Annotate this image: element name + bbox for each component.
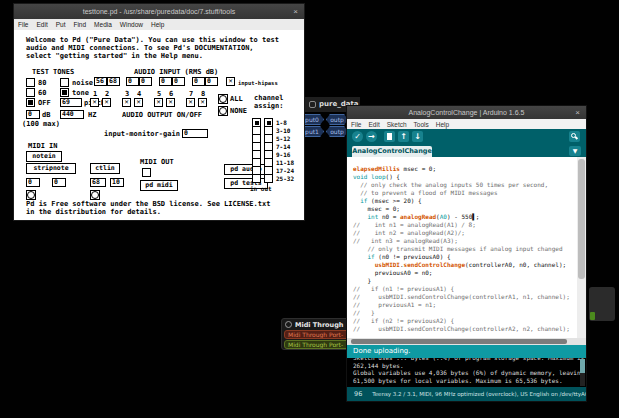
ctlin-object[interactable]: ctlin — [90, 163, 120, 174]
audio-out-toggle-4[interactable]: ✕ — [134, 98, 143, 107]
channel-radio-cell[interactable] — [253, 135, 260, 143]
audio-out-toggle-6[interactable]: ✕ — [166, 98, 175, 107]
input-monitor-gain-numbox[interactable]: 0 — [182, 129, 208, 138]
audio-out-toggle-1[interactable]: ✕ — [90, 98, 99, 107]
meter-in-6[interactable]: 0 — [172, 77, 185, 86]
toggle-off[interactable] — [26, 98, 35, 107]
code-editor[interactable]: elapsedMillis msec = 0; void loop() { //… — [347, 157, 586, 338]
menu-put[interactable]: Put — [56, 21, 66, 28]
menu-help[interactable]: Help — [151, 21, 164, 28]
pd-menu-bar: File Edit Put Find Media Window Help — [14, 19, 304, 30]
patchbay-port-output1[interactable]: outp — [326, 126, 348, 137]
meter-in-7[interactable]: 0 — [192, 77, 205, 86]
arduino-title-bar[interactable]: AnalogControlChange | Arduino 1.6.5 × — [347, 106, 586, 119]
save-button[interactable]: ↓ — [412, 131, 423, 142]
scrollbar-thumb[interactable] — [351, 339, 567, 344]
new-sketch-button[interactable] — [384, 131, 395, 142]
channel-radio-cell[interactable] — [265, 119, 272, 127]
notein-object[interactable]: notein — [26, 151, 62, 162]
channel-radio-cell[interactable] — [265, 151, 272, 159]
channel-radio-cell[interactable] — [253, 167, 260, 175]
audio-out-toggle-7[interactable]: ✕ — [186, 98, 195, 107]
verify-button[interactable]: ✓ — [352, 131, 363, 142]
ctl-value-numbox[interactable]: 68 — [90, 178, 106, 187]
velocity-numbox[interactable]: 0 — [52, 178, 66, 187]
menu-file[interactable]: File — [351, 121, 361, 128]
pd-canvas[interactable]: Welcome to Pd ("Pure Data"). You can use… — [14, 30, 304, 220]
console-scrollbar[interactable] — [580, 359, 585, 386]
tab-analogcontrolchange[interactable]: AnalogControlChange — [352, 146, 432, 157]
channel-radio-cell[interactable] — [253, 119, 260, 127]
meter-in-1[interactable]: 56 — [94, 77, 107, 86]
menu-window[interactable]: Window — [120, 21, 143, 28]
toggle-80[interactable] — [26, 78, 35, 87]
scrollbar-thumb[interactable] — [578, 159, 585, 279]
open-button[interactable]: ↑ — [398, 131, 409, 142]
midi-through-node[interactable]: Midi Through Midi Through Port- Midi Thr… — [281, 318, 351, 350]
channel-radio-cell[interactable] — [265, 143, 272, 151]
stripnote-object[interactable]: stripnote — [26, 163, 76, 174]
menu-find[interactable]: Find — [73, 21, 86, 28]
note-bang[interactable] — [26, 190, 36, 200]
midi-out-label: MIDI OUT — [140, 158, 174, 166]
audio-out-toggle-5[interactable]: ✕ — [154, 98, 163, 107]
meter-in-8[interactable]: 0 — [205, 77, 218, 86]
db-numbox[interactable]: 0 — [26, 110, 40, 119]
menu-sketch[interactable]: Sketch — [387, 121, 407, 128]
patchbay-node-fragment[interactable] — [589, 287, 615, 321]
serial-monitor-button[interactable] — [569, 131, 580, 142]
meter-in-4[interactable]: 0 — [139, 77, 152, 86]
patchbay-port-output0[interactable]: outp — [326, 114, 348, 125]
menu-help[interactable]: Help — [436, 121, 449, 128]
channel-radio-cell[interactable] — [265, 135, 272, 143]
menu-edit[interactable]: Edit — [368, 121, 379, 128]
pd-title-bar[interactable]: testtone.pd - /usr/share/puredata/doc/7.… — [14, 4, 304, 19]
pitch-numbox[interactable]: 69 — [60, 98, 82, 107]
menu-tools[interactable]: Tools — [414, 121, 429, 128]
midi-through-port-2[interactable]: Midi Through Port- — [284, 340, 351, 349]
toggle-noise[interactable] — [60, 78, 69, 87]
input-hipass-toggle[interactable]: ✕ — [226, 77, 235, 86]
channel-radio-cell[interactable] — [265, 175, 272, 183]
hz-numbox[interactable]: 440 — [60, 110, 84, 119]
channel-radio-cell[interactable] — [265, 127, 272, 135]
meter-in-2[interactable]: 68 — [107, 77, 120, 86]
meter-in-5[interactable]: 0 — [159, 77, 172, 86]
channel-radio-cell[interactable] — [265, 159, 272, 167]
audio-out-toggle-3[interactable]: ✕ — [122, 98, 131, 107]
audio-out-toggle-2[interactable]: ✕ — [102, 98, 111, 107]
editor-horizontal-scrollbar[interactable] — [347, 338, 586, 345]
channel-radio-cell[interactable] — [253, 143, 260, 151]
toggle-tone[interactable] — [60, 88, 69, 97]
all-bang[interactable] — [218, 94, 228, 104]
audio-out-toggle-8[interactable]: ✕ — [198, 98, 207, 107]
channel-radio-cell[interactable] — [253, 127, 260, 135]
channel-radio-cell[interactable] — [265, 167, 272, 175]
upload-button[interactable]: → — [366, 131, 377, 142]
channel-radio-cell[interactable] — [253, 159, 260, 167]
channel-radio-cell[interactable] — [253, 151, 260, 159]
editor-vertical-scrollbar[interactable] — [577, 157, 586, 338]
pd-audio-object[interactable]: pd audio — [224, 164, 268, 175]
meter-in-3[interactable]: 0 — [126, 77, 139, 86]
tab-menu-button[interactable]: ▼ — [569, 146, 581, 156]
scrollbar-thumb[interactable] — [580, 359, 585, 373]
close-icon[interactable]: × — [293, 8, 298, 16]
note-numbox[interactable]: 0 — [26, 178, 40, 187]
menu-file[interactable]: File — [18, 21, 28, 28]
midi-through-port-1[interactable]: Midi Through Port- — [284, 330, 351, 339]
midi-out-toggle[interactable] — [142, 168, 151, 177]
toggle-60[interactable] — [26, 88, 35, 97]
pd-window: testtone.pd - /usr/share/puredata/doc/7.… — [14, 4, 304, 220]
menu-media[interactable]: Media — [94, 21, 112, 28]
menu-edit[interactable]: Edit — [36, 21, 47, 28]
console-output[interactable]: Sketch uses ... bytes (..%) of program s… — [347, 358, 586, 387]
ctl-bang[interactable] — [90, 190, 100, 200]
channel-out-radio[interactable] — [264, 118, 273, 183]
pd-midi-object[interactable]: pd midi — [140, 180, 178, 191]
close-icon[interactable]: × — [575, 109, 580, 117]
channel-in-radio[interactable] — [252, 118, 261, 183]
none-bang[interactable] — [218, 106, 228, 116]
ctl-num-numbox[interactable]: 10 — [110, 178, 124, 187]
channel-radio-cell[interactable] — [253, 175, 260, 183]
